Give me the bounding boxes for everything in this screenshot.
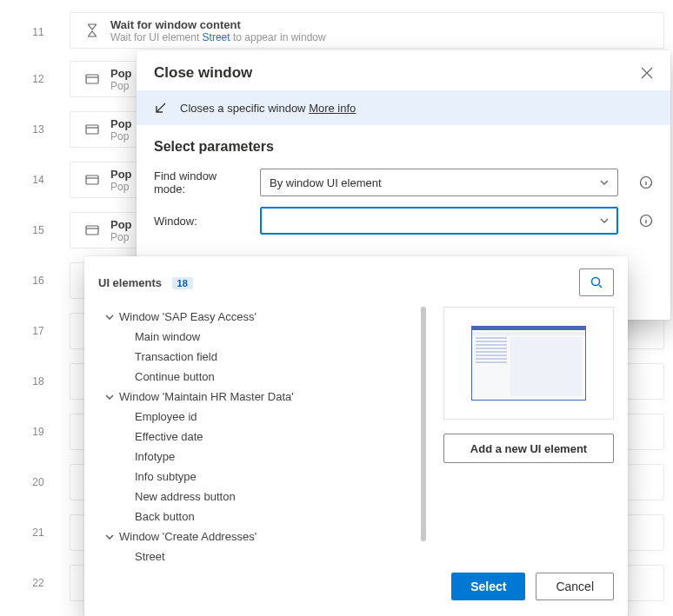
step-number: 17 xyxy=(21,325,56,337)
ui-elements-tree: Window 'SAP Easy Access'Main windowTrans… xyxy=(98,301,426,567)
step-number: 18 xyxy=(21,375,56,387)
tree-item[interactable]: Transaction field xyxy=(98,347,426,367)
svg-point-13 xyxy=(592,278,600,286)
chevron-down-icon xyxy=(105,393,114,401)
step-title: Pop xyxy=(110,67,132,80)
chevron-down-icon xyxy=(600,178,609,187)
preview-thumbnail xyxy=(471,326,586,401)
tree-item[interactable]: Street xyxy=(98,546,426,566)
step-subtitle: Wait for UI element Street to appear in … xyxy=(110,31,326,43)
tree-item[interactable]: Employee id xyxy=(98,407,426,427)
tree-item[interactable]: Main window xyxy=(98,327,426,347)
tree-item[interactable]: Effective date xyxy=(98,427,426,447)
dialog-info-banner: Closes a specific window More info xyxy=(137,90,670,125)
dialog-info-text: Closes a specific window More info xyxy=(180,102,356,115)
step-row[interactable]: Wait for window content Wait for UI elem… xyxy=(70,12,664,49)
window-icon xyxy=(83,174,102,186)
chevron-down-icon xyxy=(600,216,609,225)
step-number: 15 xyxy=(21,224,56,236)
ui-element-preview xyxy=(443,307,614,420)
window-icon xyxy=(83,123,102,136)
info-icon[interactable] xyxy=(639,176,653,189)
tree-group[interactable]: Window 'SAP Easy Access' xyxy=(98,307,426,327)
step-number: 22 xyxy=(21,577,56,589)
tree-group-label: Window 'Maintain HR Master Data' xyxy=(119,390,294,403)
step-title: Pop xyxy=(110,117,132,130)
select-button[interactable]: Select xyxy=(451,573,525,600)
find-window-mode-label: Find window mode: xyxy=(154,169,250,195)
chevron-down-icon xyxy=(105,313,114,321)
svg-rect-3 xyxy=(86,226,98,235)
step-number: 19 xyxy=(21,426,56,438)
tree-item[interactable]: Continue button xyxy=(98,367,426,387)
chevron-down-icon xyxy=(105,533,114,541)
tree-group-label: Window 'SAP Easy Access' xyxy=(119,310,257,323)
step-title: Pop xyxy=(110,218,132,231)
add-ui-element-button[interactable]: Add a new UI element xyxy=(443,434,614,463)
svg-rect-0 xyxy=(86,75,98,83)
window-icon xyxy=(83,224,102,236)
svg-rect-1 xyxy=(86,125,98,134)
step-number: 13 xyxy=(21,123,56,136)
tree-group[interactable]: Window 'Create Addresses' xyxy=(98,527,426,546)
tree-item[interactable]: New address button xyxy=(98,487,426,507)
step-number: 20 xyxy=(21,476,56,488)
tree-item[interactable]: Info subtype xyxy=(98,467,426,487)
svg-rect-2 xyxy=(86,176,98,184)
search-icon xyxy=(590,275,603,289)
ui-element-picker: UI elements 18 Window 'SAP Easy Access'M… xyxy=(84,256,628,616)
step-title: Wait for window content xyxy=(110,18,326,31)
step-number: 16 xyxy=(21,275,56,287)
hourglass-icon xyxy=(83,23,102,37)
cancel-button[interactable]: Cancel xyxy=(536,573,614,600)
tree-group-label: Window 'Create Addresses' xyxy=(119,530,257,543)
window-icon xyxy=(83,73,102,85)
find-window-mode-select[interactable]: By window UI element xyxy=(260,169,618,196)
step-subtitle: Pop xyxy=(110,80,132,92)
tree-item[interactable]: Back button xyxy=(98,507,426,527)
tree-item[interactable]: City xyxy=(98,566,426,567)
ui-elements-count-badge: 18 xyxy=(172,277,193,289)
arrow-down-left-icon xyxy=(154,101,168,115)
step-subtitle: Pop xyxy=(110,231,132,243)
info-icon[interactable] xyxy=(639,214,653,228)
search-button[interactable] xyxy=(579,268,614,296)
ui-element-link[interactable]: Street xyxy=(203,31,230,43)
tree-group[interactable]: Window 'Maintain HR Master Data' xyxy=(98,387,426,407)
close-icon[interactable] xyxy=(641,67,653,79)
scrollbar-thumb[interactable] xyxy=(421,307,426,541)
section-title: Select parameters xyxy=(137,125,670,163)
window-select[interactable] xyxy=(260,207,618,235)
step-number: 12 xyxy=(21,73,56,85)
ui-elements-header: UI elements 18 xyxy=(98,276,193,289)
window-label: Window: xyxy=(154,215,250,228)
find-window-mode-value: By window UI element xyxy=(270,176,382,189)
step-number: 14 xyxy=(21,174,56,186)
step-number: 21 xyxy=(21,527,56,539)
step-number: 11 xyxy=(21,26,56,38)
step-subtitle: Pop xyxy=(110,181,132,193)
tree-item[interactable]: Infotype xyxy=(98,447,426,467)
dialog-title: Close window xyxy=(154,64,252,82)
more-info-link[interactable]: More info xyxy=(309,102,356,115)
step-title: Pop xyxy=(110,168,132,181)
step-subtitle: Pop xyxy=(110,130,132,142)
